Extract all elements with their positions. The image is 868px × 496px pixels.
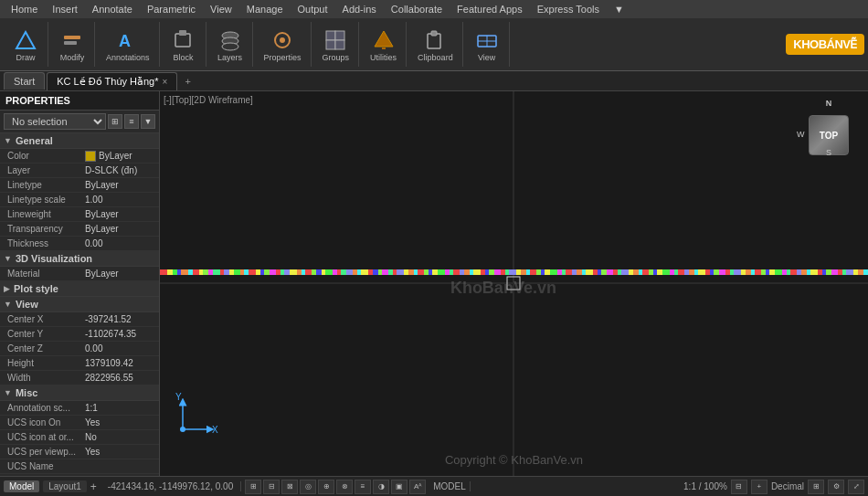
svg-rect-86 (473, 269, 481, 275)
ribbon-btn-draw[interactable]: Draw (9, 26, 42, 64)
svg-rect-60 (341, 269, 346, 275)
ribbon-btn-block[interactable]: Block (167, 26, 200, 64)
menu-parametric[interactable]: Parametric (140, 2, 203, 16)
section-3dviz-title: 3D Visualization (16, 253, 92, 264)
svg-rect-97 (530, 269, 536, 275)
svg-rect-82 (453, 269, 460, 275)
cleanscreen-icon[interactable]: ⤢ (848, 480, 864, 494)
menu-view[interactable]: View (203, 2, 239, 16)
svg-rect-136 (730, 269, 734, 275)
svg-text:A: A (119, 32, 131, 50)
section-view[interactable]: ▼ View (0, 297, 159, 312)
svg-rect-115 (621, 269, 629, 275)
main-layout: PROPERTIES No selection ⊞ ≡ ▼ ▼ General … (0, 91, 868, 476)
zoom-in-icon[interactable]: + (751, 480, 767, 494)
props-icon-2[interactable]: ≡ (124, 114, 139, 129)
ortho-icon[interactable]: ⊠ (281, 480, 298, 494)
props-select-row: No selection ⊞ ≡ ▼ (0, 111, 159, 133)
menu-featuredapps[interactable]: Featured Apps (450, 2, 530, 16)
properties-title: PROPERTIES (0, 91, 159, 111)
menu-more[interactable]: ▼ (607, 2, 631, 16)
menu-addins[interactable]: Add-ins (335, 2, 384, 16)
nav-cube[interactable]: N W TOP S (797, 99, 861, 172)
svg-rect-91 (501, 269, 505, 275)
svg-rect-145 (775, 269, 782, 275)
grid-icon[interactable]: ⊟ (263, 480, 280, 494)
tab-add-button[interactable]: + (179, 73, 196, 90)
status-mode-icons: ⊞ ⊟ ⊠ ◎ ⊕ ⊗ ≡ ◑ ▣ Aᴬ (245, 480, 426, 494)
layers-label: Layers (217, 53, 242, 62)
draw-icon (13, 27, 38, 53)
section-misc[interactable]: ▼ Misc (0, 385, 159, 401)
svg-rect-49 (284, 269, 290, 275)
lineweight-icon[interactable]: ≡ (355, 480, 371, 494)
svg-rect-62 (353, 269, 357, 275)
ribbon-btn-view[interactable]: View (471, 26, 503, 64)
menu-manage[interactable]: Manage (239, 2, 291, 16)
menu-home[interactable]: Home (4, 2, 45, 16)
svg-rect-124 (670, 269, 674, 275)
selection-icon[interactable]: ▣ (391, 480, 408, 494)
props-icon-1[interactable]: ⊞ (108, 114, 122, 129)
tab-start[interactable]: Start (4, 72, 45, 90)
menu-annotate[interactable]: Annotate (85, 2, 140, 16)
ribbon-btn-clipboard[interactable]: Clipboard (414, 26, 457, 64)
osnap-icon[interactable]: ⊕ (318, 480, 334, 494)
svg-rect-116 (629, 269, 633, 275)
svg-rect-42 (249, 269, 256, 275)
section-general[interactable]: ▼ General (0, 133, 159, 149)
status-model-mode: MODEL (429, 481, 471, 491)
svg-rect-53 (305, 269, 312, 275)
tab-close-icon[interactable]: × (163, 77, 168, 87)
modify-label: Modify (60, 53, 85, 62)
polar-icon[interactable]: ◎ (300, 480, 316, 494)
menu-output[interactable]: Output (291, 2, 335, 16)
svg-rect-31 (193, 269, 199, 275)
ribbon-btn-modify[interactable]: Modify (56, 26, 89, 64)
svg-rect-29 (181, 269, 188, 275)
props-icon-3[interactable]: ▼ (141, 114, 155, 129)
svg-rect-100 (545, 269, 550, 275)
svg-rect-108 (586, 269, 593, 275)
zoom-icon[interactable]: ⊟ (731, 480, 747, 494)
tab-model[interactable]: Model (4, 480, 39, 492)
ribbon-btn-properties[interactable]: Properties (260, 26, 305, 64)
svg-rect-160 (853, 269, 858, 275)
settings-icon[interactable]: ⚙ (828, 480, 844, 494)
menu-insert[interactable]: Insert (45, 2, 85, 16)
properties-label: Properties (264, 53, 302, 62)
snap-icon[interactable]: ⊞ (245, 480, 261, 494)
ribbon-btn-groups[interactable]: Groups (319, 26, 354, 64)
tab-bar: Start KC Lề Đồ Thúy Hằng* × + (0, 71, 868, 91)
section-plotstyle[interactable]: ▶ Plot style (0, 281, 159, 297)
svg-rect-122 (657, 269, 662, 275)
tab-add-layout[interactable]: + (90, 480, 97, 493)
workspace-icon[interactable]: ⊞ (808, 480, 824, 494)
svg-rect-40 (240, 269, 244, 275)
section-general-title: General (16, 135, 53, 146)
svg-rect-56 (322, 269, 325, 275)
selection-dropdown[interactable]: No selection (4, 113, 106, 130)
tab-document[interactable]: KC Lề Đồ Thúy Hằng* × (47, 72, 177, 90)
otrack-icon[interactable]: ⊗ (336, 480, 353, 494)
ribbon-btn-annotations[interactable]: A Annotations (102, 26, 153, 64)
menu-expresstools[interactable]: Express Tools (530, 2, 607, 16)
annotscale-icon[interactable]: Aᴬ (409, 480, 426, 494)
transparency-icon[interactable]: ◑ (373, 480, 389, 494)
svg-rect-140 (751, 269, 755, 275)
prop-linetype-scale: Linetype scale 1.00 (0, 193, 159, 207)
svg-rect-128 (689, 269, 694, 275)
menu-collaborate[interactable]: Collaborate (384, 2, 450, 16)
svg-rect-54 (312, 269, 316, 275)
svg-marker-0 (16, 32, 35, 48)
view-label: View (478, 53, 495, 62)
section-3dviz[interactable]: ▼ 3D Visualization (0, 251, 159, 267)
ribbon-btn-layers[interactable]: Layers (214, 26, 247, 64)
ribbon-btn-utilities[interactable]: Utilities (366, 26, 400, 64)
svg-rect-61 (346, 269, 353, 275)
svg-rect-155 (826, 269, 831, 275)
ribbon-group-modify: Modify (50, 22, 95, 67)
ribbon-group-annotations: A Annotations (97, 22, 160, 67)
tab-layout1[interactable]: Layout1 (43, 480, 87, 492)
canvas-area[interactable]: [-][Top][2D Wireframe] (160, 91, 868, 476)
